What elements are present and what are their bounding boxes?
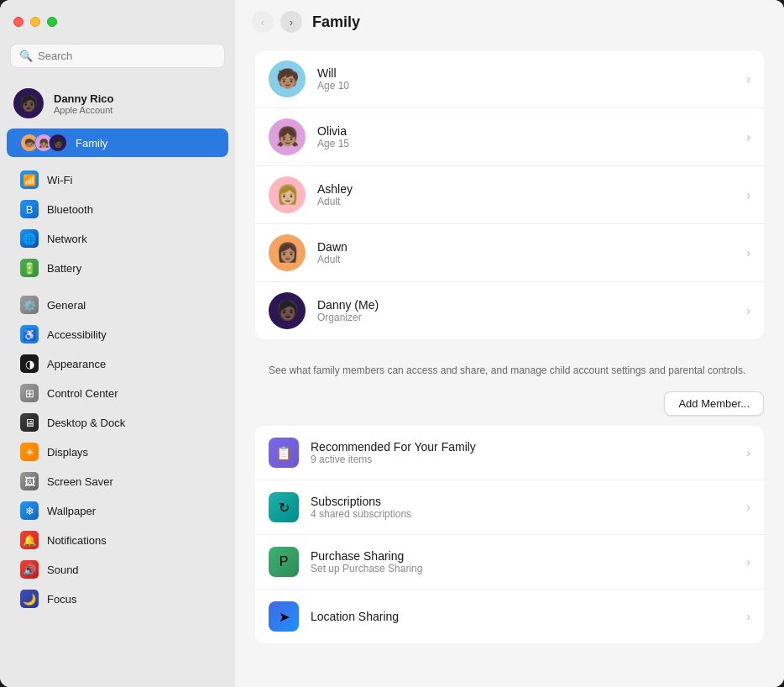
close-button[interactable] [13,17,24,27]
sidebar-item-bluetooth[interactable]: B Bluetooth [7,195,228,223]
sidebar-item-desktop[interactable]: 🖥 Desktop & Dock [7,408,228,437]
feature-row-recommended[interactable]: 📋 Recommended For Your Family 9 active i… [255,426,764,480]
chevron-right-icon: › [746,501,750,514]
sidebar-item-battery[interactable]: 🔋 Battery [7,254,228,282]
sidebar-item-label: Focus [47,593,76,606]
desktop-icon: 🖥 [20,413,39,432]
member-info: Ashley Adult [317,182,353,207]
member-subtitle: Age 15 [317,138,349,149]
displays-icon: ✳ [20,443,39,461]
member-info: Danny (Me) Organizer [317,298,379,323]
feature-info: Location Sharing [311,610,399,623]
back-button[interactable]: ‹ [252,11,274,33]
wallpaper-icon: ❄ [20,501,39,520]
member-subtitle: Adult [317,196,353,207]
purchase-icon: P [269,547,299,577]
sidebar-item-general[interactable]: ⚙️ General [7,291,228,319]
member-row[interactable]: 👩🏼 Ashley Adult › [255,166,764,224]
sidebar-item-label: Appearance [47,358,106,370]
search-input[interactable] [38,50,216,62]
member-row[interactable]: 👧🏽 Olivia Age 15 › [255,108,764,166]
sidebar-item-label: Wallpaper [47,505,96,517]
account-subtitle: Apple Account [54,105,114,115]
sidebar-item-label: Network [47,233,87,245]
sidebar-item-focus[interactable]: 🌙 Focus [7,585,228,613]
main-scroll: 🧒🏽 Will Age 10 › 👧🏽 Olivia Age 15 › 👩🏼 A… [235,44,784,687]
minimize-button[interactable] [30,17,40,27]
sidebar-item-label: Desktop & Dock [47,417,125,429]
battery-icon: 🔋 [20,259,39,277]
sidebar-item-family[interactable]: 🧒🏽 👧🏽 🧑🏿 Family [7,128,228,157]
feature-info: Purchase Sharing Set up Purchase Sharing [311,549,422,574]
sidebar-item-label: Screen Saver [47,475,113,488]
sidebar-item-label: Notifications [47,534,107,547]
sidebar-item-network[interactable]: 🌐 Network [7,224,228,253]
feature-info: Recommended For Your Family 9 active ite… [311,440,476,465]
family-description: See what family members can access and s… [255,353,764,381]
sidebar-item-wifi[interactable]: 📶 Wi-Fi [7,165,228,194]
main-content: ‹ › Family 🧒🏽 Will Age 10 › 👧🏽 Olivia Ag… [235,0,784,687]
member-avatar: 👩🏽 [269,234,306,271]
sidebar-items: 📶 Wi-Fi B Bluetooth 🌐 Network 🔋 Battery … [0,165,235,613]
add-member-button[interactable]: Add Member... [664,391,764,416]
member-info: Olivia Age 15 [317,124,349,149]
chevron-right-icon: › [746,72,750,86]
member-avatar: 👧🏽 [269,118,306,155]
member-name: Will [317,66,349,80]
feature-row-purchase[interactable]: P Purchase Sharing Set up Purchase Shari… [255,535,764,590]
sidebar-item-label: Accessibility [47,328,107,341]
account-section[interactable]: 🧑🏿 Danny Rico Apple Account [0,81,235,125]
chevron-right-icon: › [746,130,750,144]
screensaver-icon: 🖼 [20,472,39,490]
members-card: 🧒🏽 Will Age 10 › 👧🏽 Olivia Age 15 › 👩🏼 A… [255,50,764,339]
member-avatar: 🧒🏽 [269,60,306,97]
chevron-right-icon: › [746,555,750,569]
search-bar[interactable]: 🔍 [10,44,225,68]
add-member-row: Add Member... [255,381,764,426]
member-row[interactable]: 👩🏽 Dawn Adult › [255,224,764,282]
sidebar: 🔍 🧑🏿 Danny Rico Apple Account 🧒🏽 👧🏽 🧑🏿 F… [0,0,235,687]
sidebar-item-sound[interactable]: 🔊 Sound [7,555,228,584]
feature-row-location[interactable]: ➤ Location Sharing › [255,590,764,643]
subscriptions-icon: ↻ [269,492,299,522]
feature-title: Subscriptions [311,495,411,508]
chevron-right-icon: › [746,246,750,260]
control-icon: ⊞ [20,384,39,402]
member-row[interactable]: 🧒🏽 Will Age 10 › [255,50,764,108]
member-row[interactable]: 🧑🏿 Danny (Me) Organizer › [255,282,764,339]
sidebar-item-displays[interactable]: ✳ Displays [7,438,228,466]
sidebar-item-label: Wi-Fi [47,174,72,186]
member-subtitle: Age 10 [317,80,349,92]
sidebar-item-label: Bluetooth [47,203,93,216]
sidebar-item-label: Family [76,137,107,149]
member-subtitle: Adult [317,254,348,265]
sidebar-item-notifications[interactable]: 🔔 Notifications [7,526,228,554]
sidebar-item-label: General [47,299,86,312]
bluetooth-icon: B [20,200,39,218]
titlebar [0,0,235,44]
sidebar-item-wallpaper[interactable]: ❄ Wallpaper [7,496,228,525]
mini-avatar: 🧑🏿 [49,134,67,152]
features-card: 📋 Recommended For Your Family 9 active i… [255,426,764,643]
avatar: 🧑🏿 [13,88,44,118]
appearance-icon: ◑ [20,354,39,373]
feature-title: Purchase Sharing [311,549,422,563]
recommended-icon: 📋 [269,438,299,468]
chevron-right-icon: › [746,610,750,623]
focus-icon: 🌙 [20,590,39,608]
account-name: Danny Rico [54,92,114,105]
member-name: Ashley [317,182,353,196]
maximize-button[interactable] [47,17,57,27]
feature-row-subscriptions[interactable]: ↻ Subscriptions 4 shared subscriptions › [255,480,764,535]
feature-subtitle: Set up Purchase Sharing [311,563,422,574]
chevron-right-icon: › [746,446,750,459]
notifications-icon: 🔔 [20,531,39,549]
sidebar-item-label: Displays [47,446,88,459]
sidebar-item-accessibility[interactable]: ♿ Accessibility [7,320,228,349]
feature-subtitle: 9 active items [311,454,476,465]
sidebar-item-control[interactable]: ⊞ Control Center [7,379,228,407]
chevron-right-icon: › [746,188,750,202]
forward-button[interactable]: › [280,11,302,33]
sidebar-item-screensaver[interactable]: 🖼 Screen Saver [7,467,228,496]
sidebar-item-appearance[interactable]: ◑ Appearance [7,349,228,378]
